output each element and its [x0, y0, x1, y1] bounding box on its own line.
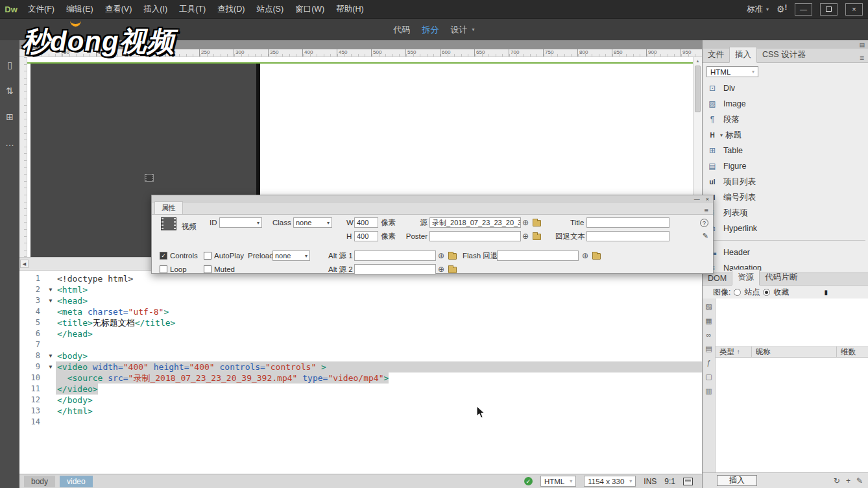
code-navigator-icon[interactable]: ⊞: [6, 112, 14, 122]
autoplay-checkbox[interactable]: [204, 252, 211, 260]
insert-category-select[interactable]: HTML ▾: [706, 66, 758, 77]
code-view-button[interactable]: 代码: [393, 24, 410, 36]
help-icon[interactable]: ?: [700, 219, 708, 227]
tag-selector-body[interactable]: body: [24, 476, 55, 487]
more-options-icon[interactable]: …: [5, 138, 14, 148]
quick-edit-icon[interactable]: ✎: [703, 232, 708, 240]
assets-templates-icon[interactable]: ▢: [705, 372, 712, 381]
panel-menu-icon[interactable]: ≡: [860, 53, 868, 62]
site-radio[interactable]: [734, 289, 741, 296]
source-input[interactable]: 录制_2018_07_23_23_20_3: [429, 217, 521, 228]
browse-folder-icon[interactable]: [448, 267, 457, 273]
code-line-13[interactable]: 13</html>: [19, 406, 702, 417]
scroll-left-icon[interactable]: ◀: [20, 260, 29, 268]
assets-media-icon[interactable]: ▤: [705, 345, 712, 353]
poster-input[interactable]: [429, 231, 521, 241]
close-button[interactable]: ×: [845, 3, 863, 16]
code-fold-icon[interactable]: ▼: [45, 350, 56, 361]
id-select[interactable]: ▾: [219, 217, 262, 228]
code-line-3[interactable]: 3▼<head>: [19, 295, 702, 306]
loop-checkbox[interactable]: [160, 265, 167, 273]
heading-level-caret-icon[interactable]: ▾: [720, 132, 723, 138]
code-line-4[interactable]: 4<meta charset="utf-8">: [19, 306, 702, 317]
tab-snippets[interactable]: 代码片断: [760, 270, 802, 285]
design-view-button[interactable]: 设计 ▾: [450, 24, 474, 36]
menu-file[interactable]: 文件(F): [22, 0, 60, 18]
tab-files[interactable]: 文件: [703, 47, 729, 62]
fallback-text-input[interactable]: [586, 231, 669, 241]
point-to-file-icon[interactable]: ⊕: [522, 231, 529, 241]
point-to-file-icon[interactable]: ⊕: [438, 264, 444, 274]
browse-folder-icon[interactable]: [533, 234, 541, 240]
menu-edit[interactable]: 编辑(E): [60, 0, 99, 18]
insert-item-table[interactable]: ⊞Table: [703, 143, 868, 158]
menu-insert[interactable]: 插入(I): [138, 0, 173, 18]
doctype-select[interactable]: HTML ▾: [540, 476, 576, 487]
dock-icon[interactable]: ▤: [859, 42, 865, 48]
code-line-1[interactable]: 1<!doctype html>: [19, 273, 702, 284]
column-nickname[interactable]: 昵称: [752, 347, 837, 357]
maximize-button[interactable]: [820, 3, 838, 16]
insert-item-hyperlink[interactable]: ⧉Hyperlink: [703, 221, 868, 236]
width-input[interactable]: 400: [354, 217, 378, 228]
panel-close-icon[interactable]: ×: [706, 197, 709, 202]
menu-tools[interactable]: 工具(T): [173, 0, 211, 18]
scrollbar-thumb[interactable]: [695, 66, 701, 112]
assets-library-icon[interactable]: ▥: [705, 387, 712, 395]
workspace-switcher[interactable]: 标准 ▾: [747, 4, 769, 15]
code-view[interactable]: 1<!doctype html>2▼<html>3▼<head>4<meta c…: [19, 271, 702, 474]
point-to-file-icon[interactable]: ⊕: [522, 217, 529, 228]
muted-checkbox[interactable]: [204, 265, 211, 273]
height-input[interactable]: 400: [354, 231, 378, 241]
code-line-14[interactable]: 14: [19, 417, 702, 428]
code-fold-icon[interactable]: ▼: [45, 361, 56, 372]
menu-find[interactable]: 查找(D): [211, 0, 250, 18]
site-radio-label[interactable]: 站点: [744, 287, 760, 298]
realtime-preview-icon[interactable]: [683, 478, 693, 485]
flash-fallback-input[interactable]: [497, 250, 579, 261]
code-fold-icon[interactable]: ▼: [45, 295, 56, 306]
minimize-button[interactable]: —: [795, 3, 812, 16]
assets-list[interactable]: [716, 358, 868, 472]
edit-icon[interactable]: ✎: [856, 476, 863, 485]
refresh-icon[interactable]: ↻: [834, 476, 840, 485]
favorites-radio-label[interactable]: 收藏: [773, 287, 789, 298]
tag-selector-video[interactable]: video: [60, 476, 93, 487]
insert-item-ordered-list[interactable]: ol编号列表: [703, 189, 868, 205]
panel-minimize-icon[interactable]: —: [694, 197, 700, 202]
code-line-2[interactable]: 2▼<html>: [19, 284, 702, 295]
scroll-up-icon[interactable]: ▲: [693, 57, 702, 65]
code-line-11[interactable]: 11</video>: [19, 384, 702, 395]
window-size-select[interactable]: 1154 x 330 ▾: [584, 476, 636, 487]
code-line-6[interactable]: 6</head>: [19, 328, 702, 339]
insert-item-heading[interactable]: H▾标题: [703, 127, 868, 143]
code-line-8[interactable]: 8▼<body>: [19, 350, 702, 361]
split-view-button[interactable]: 拆分: [422, 24, 439, 36]
assets-scripts-icon[interactable]: ƒ: [706, 359, 710, 367]
code-line-7[interactable]: 7: [19, 339, 702, 350]
tab-dom[interactable]: DOM: [703, 272, 732, 285]
browse-folder-icon[interactable]: [448, 253, 457, 260]
insert-item-header[interactable]: ▬Header: [703, 245, 868, 260]
insert-item-image[interactable]: ▨Image: [703, 96, 868, 112]
column-dimensions[interactable]: 维数: [837, 347, 868, 357]
point-to-file-icon[interactable]: ⊕: [582, 250, 588, 261]
code-line-5[interactable]: 5<title>无标题文档</title>: [19, 317, 702, 328]
assets-colors-icon[interactable]: ▦: [705, 317, 712, 325]
favorites-radio[interactable]: [763, 289, 770, 296]
insert-item-figure[interactable]: ▤Figure: [703, 158, 868, 174]
properties-tab[interactable]: 属性: [154, 201, 183, 214]
document-icon[interactable]: ▯: [7, 60, 12, 70]
tab-css-designer[interactable]: CSS 设计器: [757, 47, 811, 62]
tab-assets[interactable]: 资源: [732, 269, 760, 286]
insert-item-div[interactable]: ⊡Div: [703, 80, 868, 96]
browse-folder-icon[interactable]: [592, 253, 601, 260]
code-fold-icon[interactable]: ▼: [45, 284, 56, 295]
sync-settings-button[interactable]: ⚙ !: [777, 4, 787, 14]
column-type[interactable]: 类型 ↑: [716, 347, 752, 357]
title-input[interactable]: [586, 217, 669, 228]
insert-item-list-item[interactable]: li列表项: [703, 205, 868, 221]
alt-source-1-input[interactable]: [354, 250, 436, 261]
menu-help[interactable]: 帮助(H): [330, 0, 369, 18]
file-transfer-icon[interactable]: ⇅: [6, 86, 14, 96]
